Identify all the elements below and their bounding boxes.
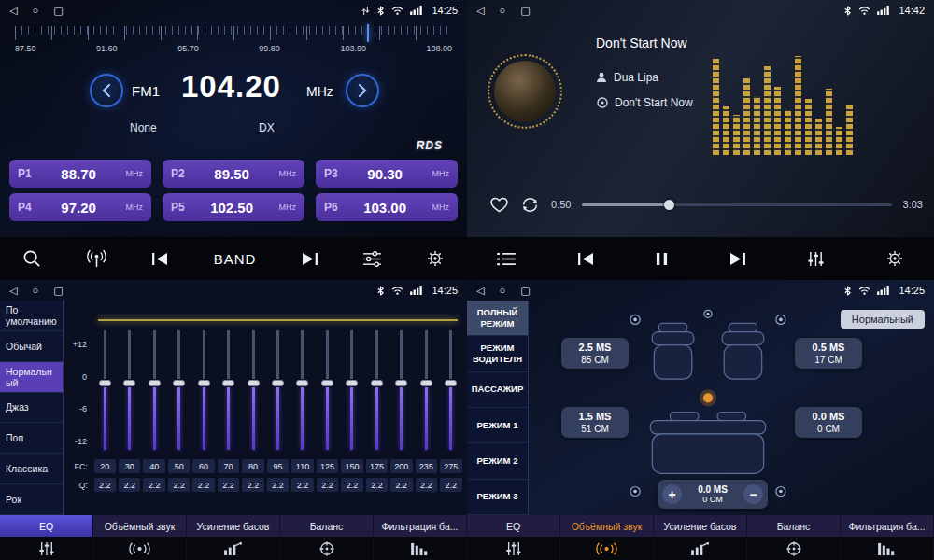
tab-filter-icon[interactable] <box>841 537 934 560</box>
frequency-ruler[interactable]: 87.5091.6095.7099.80103.90108.00 <box>15 23 452 57</box>
next-button[interactable] <box>301 252 318 266</box>
eq-preset-item[interactable]: Джаз <box>0 393 63 424</box>
nav-back-icon[interactable]: ◁ <box>9 6 17 16</box>
settings-button[interactable] <box>885 249 904 268</box>
listening-mode-button[interactable]: ПОЛНЫЙ РЕЖИМ <box>467 301 528 336</box>
delay-rear-left[interactable]: 1.5 MS 51 CM <box>561 407 629 438</box>
slider-knob[interactable] <box>420 380 432 386</box>
eq-band-slider[interactable] <box>92 330 117 450</box>
pause-button[interactable] <box>656 252 668 266</box>
listening-mode-button[interactable]: РЕЖИМ 2 <box>467 443 528 479</box>
tune-up-button[interactable] <box>346 74 379 107</box>
delay-increase-button[interactable]: + <box>662 484 682 504</box>
eq-band-slider[interactable] <box>216 330 240 450</box>
tab-balance[interactable]: Баланс <box>747 515 841 537</box>
eq-band-slider[interactable] <box>166 330 191 450</box>
slider-knob[interactable] <box>395 380 407 386</box>
tab-bass-boost-icon[interactable] <box>654 537 747 560</box>
slider-knob[interactable] <box>445 380 457 386</box>
eq-band-slider[interactable] <box>290 330 315 450</box>
nav-home-icon[interactable]: ○ <box>499 6 505 16</box>
slider-knob[interactable] <box>371 380 383 386</box>
listening-mode-button[interactable]: РЕЖИМ 1 <box>467 408 528 443</box>
eq-band-slider[interactable] <box>142 330 166 450</box>
eq-preset-item[interactable]: Поп <box>0 423 63 454</box>
audio-settings-button[interactable] <box>362 251 382 267</box>
tab-surround[interactable]: Объёмный звук <box>560 515 654 537</box>
nav-recents-icon[interactable]: ▢ <box>53 286 63 296</box>
settings-button[interactable] <box>426 249 445 268</box>
nav-home-icon[interactable]: ○ <box>32 6 38 16</box>
profile-button[interactable]: Нормальный <box>841 310 925 329</box>
eq-band-slider[interactable] <box>340 330 364 450</box>
nav-back-icon[interactable]: ◁ <box>476 286 484 296</box>
playlist-button[interactable] <box>497 252 517 266</box>
listening-mode-button[interactable]: РЕЖИМ ВОДИТЕЛЯ <box>467 336 528 371</box>
previous-button[interactable] <box>151 252 169 266</box>
preset-button[interactable]: P5 102.50 MHz <box>163 193 304 221</box>
nav-home-icon[interactable]: ○ <box>499 286 505 296</box>
eq-band-slider[interactable] <box>191 330 216 450</box>
tune-down-button[interactable] <box>90 74 123 107</box>
tab-eq[interactable]: EQ <box>467 515 560 537</box>
preset-button[interactable]: P3 90.30 MHz <box>316 160 458 188</box>
favorite-button[interactable] <box>489 196 509 213</box>
eq-band-slider[interactable] <box>265 330 290 450</box>
nav-back-icon[interactable]: ◁ <box>9 286 17 296</box>
tab-filter[interactable]: Фильтрация ба... <box>841 515 934 537</box>
band-button[interactable]: BAND <box>214 251 257 267</box>
eq-band-slider[interactable] <box>439 330 463 450</box>
tab-surround-icon[interactable] <box>560 537 654 560</box>
tab-bass-boost[interactable]: Усиление басов <box>654 515 747 537</box>
tab-surround-icon[interactable] <box>93 537 187 560</box>
eq-band-slider[interactable] <box>364 330 389 450</box>
listening-mode-button[interactable]: РЕЖИМ 3 <box>467 480 528 515</box>
slider-knob[interactable] <box>149 380 161 386</box>
nav-recents-icon[interactable]: ▢ <box>520 6 530 16</box>
preset-button[interactable]: P4 97.20 MHz <box>9 193 151 221</box>
nav-back-icon[interactable]: ◁ <box>476 6 484 16</box>
eq-preset-item[interactable]: Рок <box>0 484 63 515</box>
nav-home-icon[interactable]: ○ <box>32 286 38 296</box>
previous-track-button[interactable] <box>577 252 595 266</box>
slider-knob[interactable] <box>222 380 234 386</box>
slider-knob[interactable] <box>248 380 260 386</box>
tab-filter[interactable]: Фильтрация ба... <box>374 515 467 537</box>
slider-knob[interactable] <box>198 380 210 386</box>
tab-filter-icon[interactable] <box>374 537 467 560</box>
search-button[interactable] <box>22 249 42 269</box>
nav-recents-icon[interactable]: ▢ <box>53 6 63 16</box>
eq-band-slider[interactable] <box>414 330 438 450</box>
eq-band-slider[interactable] <box>315 330 339 450</box>
delay-decrease-button[interactable]: − <box>743 484 763 504</box>
slider-knob[interactable] <box>123 380 135 386</box>
nav-recents-icon[interactable]: ▢ <box>520 286 530 296</box>
mixer-button[interactable] <box>807 251 825 267</box>
delay-front-right[interactable]: 0.5 MS 17 CM <box>795 338 862 369</box>
tab-balance-icon[interactable] <box>747 537 841 560</box>
tab-balance-icon[interactable] <box>280 537 374 560</box>
tab-eq-icon[interactable] <box>467 537 560 560</box>
tab-eq-icon[interactable] <box>0 537 93 560</box>
scan-button[interactable] <box>86 249 107 269</box>
slider-knob[interactable] <box>99 380 111 386</box>
eq-band-slider[interactable] <box>241 330 265 450</box>
album-art[interactable] <box>488 54 562 129</box>
slider-knob[interactable] <box>346 380 358 386</box>
preset-button[interactable]: P1 88.70 MHz <box>9 160 151 188</box>
slider-knob[interactable] <box>296 380 308 386</box>
tab-eq[interactable]: EQ <box>0 515 93 537</box>
repeat-button[interactable] <box>520 197 540 213</box>
slider-knob[interactable] <box>272 380 284 386</box>
eq-preset-item[interactable]: Классика <box>0 454 63 484</box>
preset-button[interactable]: P6 103.00 MHz <box>316 193 458 221</box>
slider-knob[interactable] <box>321 380 333 386</box>
listening-mode-button[interactable]: ПАССАЖИР <box>467 372 528 408</box>
eq-preset-item[interactable]: Нормальный <box>0 362 63 393</box>
seek-bar[interactable] <box>582 203 891 206</box>
eq-band-slider[interactable] <box>117 330 141 450</box>
eq-preset-item[interactable]: Обычай <box>0 331 63 362</box>
delay-front-left[interactable]: 2.5 MS 85 CM <box>561 338 629 369</box>
next-track-button[interactable] <box>729 252 746 266</box>
preset-button[interactable]: P2 89.50 MHz <box>163 160 304 188</box>
